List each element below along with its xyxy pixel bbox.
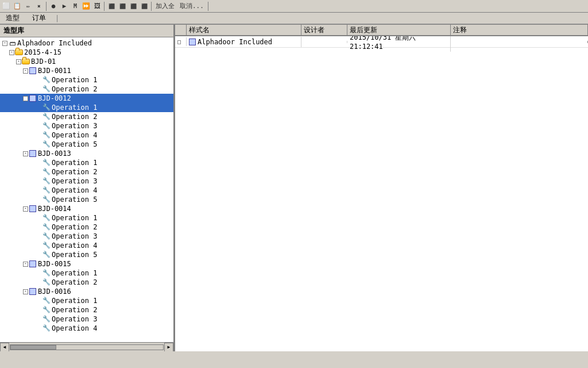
bjd0015-op2-row[interactable]: 🔧 Operation 2 bbox=[0, 278, 173, 287]
tree-root[interactable]: - 🗃 Alphadoor Included bbox=[0, 39, 173, 48]
tree-bjd0015[interactable]: - BJD-0015 bbox=[0, 259, 173, 269]
scroll-thumb[interactable] bbox=[10, 345, 56, 350]
bjd0014-op4-row[interactable]: 🔧 Operation 4 bbox=[0, 241, 173, 250]
panel-header: 造型库 bbox=[0, 25, 173, 37]
bjd0016-op1-row[interactable]: 🔧 Operation 1 bbox=[0, 296, 173, 305]
tree-bjd0012[interactable]: - BJD-0012 bbox=[0, 94, 173, 103]
col-updated-label: 最后更新 bbox=[350, 25, 377, 35]
bjd0014-op2-row[interactable]: 🔧 Operation 2 bbox=[0, 223, 173, 232]
bjd0016-op2: Operation 2 bbox=[52, 306, 97, 314]
toolbar-btn-img[interactable]: 🖼 bbox=[92, 1, 102, 12]
toolbar-btn-extra3[interactable]: ⬛ bbox=[128, 1, 138, 12]
expand-bjd0013[interactable]: - bbox=[23, 151, 28, 156]
folder-icon-date bbox=[15, 48, 23, 56]
expand-bjd0014[interactable]: - bbox=[23, 206, 28, 212]
bjd0011-label: BJD-0011 bbox=[38, 67, 71, 75]
right-panel: 样式名 设计者 最后更新 注释 □ Alphadoor Included bbox=[175, 25, 588, 351]
menu-dingdan[interactable]: 订单 bbox=[29, 13, 49, 24]
bjd0012-op4: Operation 4 bbox=[52, 131, 97, 139]
bjd0016-op3-row[interactable]: 🔧 Operation 3 bbox=[0, 315, 173, 324]
toolbar-btn-close[interactable]: ✖ bbox=[34, 1, 44, 12]
expand-bjd0011[interactable]: - bbox=[23, 68, 28, 74]
expand-bjd01[interactable]: - bbox=[16, 59, 21, 64]
menu-zaoxing[interactable]: 造型 bbox=[2, 13, 23, 24]
bjd0011-op2-row[interactable]: 🔧 Operation 2 bbox=[0, 85, 173, 94]
toolbar-btn-edit[interactable]: ✏ bbox=[23, 1, 33, 12]
row-designer bbox=[301, 41, 347, 43]
box-icon-bjd0015 bbox=[29, 260, 37, 268]
toolbar-area: ⬜ 📋 ✏ ✖ ● ▶ M ⏩ 🖼 ⬛ ⬛ ⬛ ⬛ 加入全 取消... 造型 订… bbox=[0, 0, 588, 25]
sep1 bbox=[46, 2, 47, 11]
sep4 bbox=[208, 2, 208, 11]
box-icon-bjd0013 bbox=[29, 150, 37, 158]
toolbar-btn-extra1[interactable]: ⬛ bbox=[106, 1, 117, 12]
toolbar-btn-ff[interactable]: ⏩ bbox=[81, 1, 91, 12]
col-notes-header: 注释 bbox=[451, 25, 588, 35]
sep3 bbox=[151, 2, 152, 11]
tree-date[interactable]: - 2015-4-15 bbox=[0, 48, 173, 57]
row-check[interactable]: □ bbox=[175, 37, 187, 46]
bjd0013-op5-row[interactable]: 🔧 Operation 5 bbox=[0, 195, 173, 204]
toolbar-btn-back[interactable]: ● bbox=[48, 1, 59, 12]
bjd0013-op2: Operation 2 bbox=[52, 168, 97, 176]
tree-bjd0013[interactable]: - BJD-0013 bbox=[0, 149, 173, 158]
scroll-track[interactable] bbox=[10, 344, 164, 350]
toolbar-btn-play[interactable]: ▶ bbox=[59, 1, 69, 12]
horizontal-scrollbar[interactable]: ◀ ▶ bbox=[0, 342, 173, 351]
toolbar-btn-m[interactable]: M bbox=[70, 1, 80, 12]
op-icon-0013-5: 🔧 bbox=[42, 195, 51, 204]
toolbar-btn-new[interactable]: ⬜ bbox=[1, 1, 11, 12]
box-icon-bjd0011 bbox=[29, 67, 37, 75]
tree-bjd0016[interactable]: - BJD-0016 bbox=[0, 287, 173, 296]
bjd0015-op1-row[interactable]: 🔧 Operation 1 bbox=[0, 269, 173, 278]
bjd0013-op4-row[interactable]: 🔧 Operation 4 bbox=[0, 186, 173, 195]
folder-icon-bjd01 bbox=[22, 57, 30, 66]
toolbar-btn-extra4[interactable]: ⬛ bbox=[139, 1, 149, 12]
scroll-left[interactable]: ◀ bbox=[0, 343, 9, 352]
bjd0014-op3-row[interactable]: 🔧 Operation 3 bbox=[0, 232, 173, 241]
bjd0014-op1-row[interactable]: 🔧 Operation 1 bbox=[0, 213, 173, 223]
toolbar-btn-open[interactable]: 📋 bbox=[12, 1, 22, 12]
bjd0016-op4: Operation 4 bbox=[52, 324, 97, 332]
op-icon-0013-3: 🔧 bbox=[42, 177, 51, 185]
bjd0011-op1: Operation 1 bbox=[52, 76, 97, 84]
bjd0012-op3-row[interactable]: 🔧 Operation 3 bbox=[0, 121, 173, 131]
tree-bjd0011[interactable]: - BJD-0011 bbox=[0, 66, 173, 75]
bjd0016-op4-row[interactable]: 🔧 Operation 4 bbox=[0, 324, 173, 333]
expand-root[interactable]: - bbox=[2, 41, 7, 46]
menu-bar: 造型 订单 | bbox=[0, 13, 588, 24]
table-row[interactable]: □ Alphadoor Included 2015/10/31 星期六 21:1… bbox=[175, 36, 588, 48]
bjd0011-op1-row[interactable]: 🔧 Operation 1 bbox=[0, 75, 173, 85]
op-icon-0014-5: 🔧 bbox=[42, 251, 51, 259]
op-icon-0012-5: 🔧 bbox=[42, 140, 51, 148]
bjd0014-op5-row[interactable]: 🔧 Operation 5 bbox=[0, 250, 173, 259]
scroll-right[interactable]: ▶ bbox=[164, 343, 173, 352]
bjd0016-op2-row[interactable]: 🔧 Operation 2 bbox=[0, 305, 173, 315]
expand-bjd0012[interactable]: - bbox=[23, 96, 28, 101]
db-icon: 🗃 bbox=[8, 39, 16, 47]
bjd0014-op2: Operation 2 bbox=[52, 223, 97, 231]
col-check-header bbox=[175, 25, 187, 35]
op-icon-0012-3: 🔧 bbox=[42, 122, 51, 130]
bjd0012-op5-row[interactable]: 🔧 Operation 5 bbox=[0, 140, 173, 149]
bjd0012-op4-row[interactable]: 🔧 Operation 4 bbox=[0, 131, 173, 140]
box-icon-bjd0016 bbox=[29, 288, 37, 296]
bjd0012-op1-row[interactable]: 🔧 Operation 1 bbox=[0, 103, 173, 112]
bjd0015-op2: Operation 2 bbox=[52, 278, 97, 286]
tree-container[interactable]: - 🗃 Alphadoor Included - 2015-4-15 - BJD… bbox=[0, 37, 173, 342]
tree-bjd0014[interactable]: - BJD-0014 bbox=[0, 204, 173, 213]
sep2 bbox=[104, 2, 105, 11]
bjd0013-op1-row[interactable]: 🔧 Operation 1 bbox=[0, 158, 173, 167]
toolbar-btn-extra2[interactable]: ⬛ bbox=[117, 1, 127, 12]
op-icon-0013-4: 🔧 bbox=[42, 186, 51, 194]
expand-bjd0016[interactable]: - bbox=[23, 289, 28, 294]
bjd0013-op2-row[interactable]: 🔧 Operation 2 bbox=[0, 167, 173, 177]
tree-bjd01[interactable]: - BJD-01 bbox=[0, 57, 173, 66]
bjd0012-op2-row[interactable]: 🔧 Operation 2 bbox=[0, 112, 173, 121]
op-icon-0011-2: 🔧 bbox=[42, 85, 51, 93]
expand-bjd0015[interactable]: - bbox=[23, 262, 28, 267]
expand-date[interactable]: - bbox=[9, 50, 14, 55]
bjd0015-label: BJD-0015 bbox=[38, 260, 71, 268]
bjd0012-label: BJD-0012 bbox=[38, 94, 71, 102]
bjd0013-op3-row[interactable]: 🔧 Operation 3 bbox=[0, 177, 173, 186]
